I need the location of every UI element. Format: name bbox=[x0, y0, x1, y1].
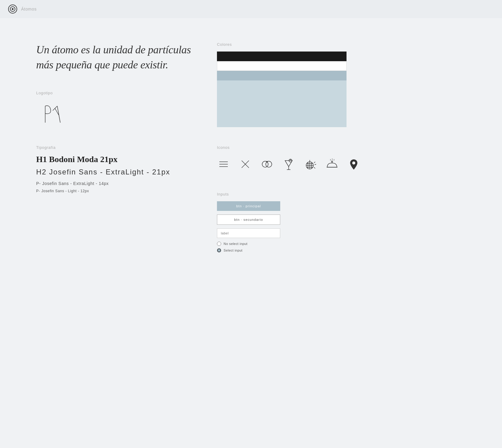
app-title: Átomos bbox=[21, 7, 37, 11]
radio-yes-label: Select input bbox=[224, 249, 243, 252]
couple-icon bbox=[260, 158, 274, 171]
logo-section: Logotipo bbox=[36, 91, 193, 127]
svg-point-31 bbox=[331, 161, 333, 162]
inputs-label: Inputs bbox=[217, 192, 466, 196]
icons-section: Iconos bbox=[217, 145, 466, 174]
colores-label: Colores bbox=[217, 42, 466, 47]
close-icon bbox=[239, 158, 252, 171]
color-swatches bbox=[217, 52, 466, 127]
icons-row bbox=[217, 155, 466, 174]
radio-no-label: No select input bbox=[224, 242, 247, 246]
radio-yes-input[interactable] bbox=[217, 248, 221, 252]
svg-line-27 bbox=[315, 164, 316, 165]
cocktail-icon bbox=[282, 158, 295, 171]
color-white bbox=[217, 61, 347, 71]
btn-secundario[interactable]: btn · secundario bbox=[217, 215, 280, 225]
label-input[interactable] bbox=[217, 228, 280, 238]
typo-p2: P- Josefin Sans - Light - 12px bbox=[36, 189, 193, 193]
right-column: Colores Iconos bbox=[217, 42, 466, 252]
color-black bbox=[217, 52, 347, 61]
radio-no-select[interactable]: No select input bbox=[217, 242, 466, 246]
typo-h2: H2 Josefin Sans - ExtraLight - 21px bbox=[36, 168, 193, 176]
disco-ball-icon bbox=[304, 158, 317, 171]
tipografia-label: Tipografía bbox=[36, 145, 193, 150]
svg-line-26 bbox=[314, 162, 315, 163]
radio-select[interactable]: Select input bbox=[217, 248, 466, 252]
color-blue-light bbox=[217, 71, 347, 80]
main-content: Un átomo es la unidad de partículas más … bbox=[0, 18, 502, 277]
radio-group: No select input Select input bbox=[217, 242, 466, 252]
typo-p1: P- Josefin Sans - ExtraLight - 14px bbox=[36, 181, 193, 186]
left-column: Un átomo es la unidad de partículas más … bbox=[36, 42, 193, 252]
logo-display bbox=[36, 100, 66, 127]
svg-point-2 bbox=[12, 8, 14, 10]
hero-text: Un átomo es la unidad de partículas más … bbox=[36, 42, 193, 73]
svg-point-32 bbox=[352, 161, 355, 164]
app-logo-icon bbox=[7, 4, 18, 14]
color-blue-pale bbox=[217, 80, 347, 127]
inputs-section: Inputs btn · principal btn · secundario … bbox=[217, 192, 466, 252]
svg-point-14 bbox=[266, 161, 268, 163]
colors-section: Colores bbox=[217, 42, 466, 127]
menu-icon bbox=[217, 158, 230, 171]
app-header: Átomos bbox=[0, 0, 502, 18]
location-pin-icon bbox=[347, 158, 360, 171]
cloche-icon bbox=[325, 158, 339, 171]
typo-h1: H1 Bodoni Moda 21px bbox=[36, 155, 193, 164]
logotipo-label: Logotipo bbox=[36, 91, 193, 95]
svg-line-6 bbox=[57, 106, 60, 123]
svg-line-28 bbox=[314, 167, 315, 168]
btn-principal[interactable]: btn · principal bbox=[217, 201, 280, 211]
radio-no-input[interactable] bbox=[217, 242, 221, 246]
iconos-label: Iconos bbox=[217, 145, 466, 150]
inputs-list: btn · principal btn · secundario No sele… bbox=[217, 201, 466, 252]
typography-section: Tipografía H1 Bodoni Moda 21px H2 Josefi… bbox=[36, 145, 193, 193]
